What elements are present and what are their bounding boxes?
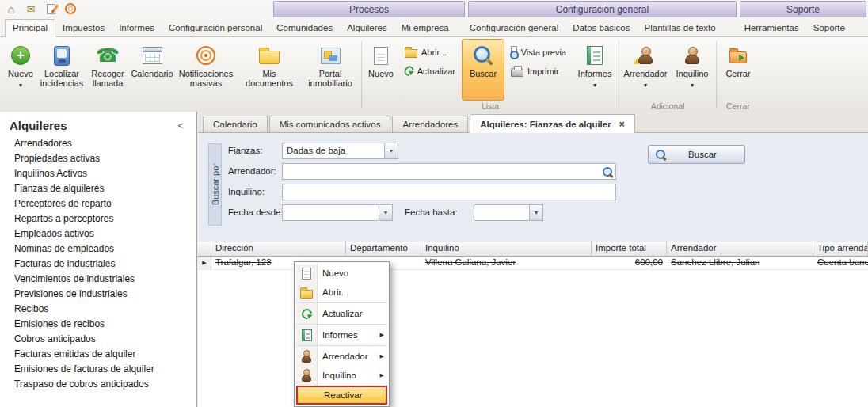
ribbon-tab-mi-empresa[interactable]: Mi empresa [394,20,456,36]
tenant-person-icon [301,369,312,382]
nuevo-lista-button[interactable]: Nuevo [364,39,398,101]
broadcast-button[interactable] [63,2,78,16]
sidebar-collapse-button[interactable]: < [174,120,187,131]
nuevo-lista-label: Nuevo [368,69,394,78]
ribbon-tab-principal[interactable]: Principal [5,19,55,37]
sidebar-item[interactable]: Perceptores de reparto [0,196,196,211]
ribbon-tab-alquileres[interactable]: Alquileres [340,20,394,36]
ribbon-group-lista: Nuevo Abrir... Actualizar [364,38,617,112]
incident-locator-icon [54,46,70,66]
document-tab-arrendadores[interactable]: Arrendadores [392,116,468,132]
context-menu-item-informes[interactable]: Informes ▶ [296,325,387,344]
arrendador-lookup-button[interactable] [600,165,615,178]
localizar-incidencias-button[interactable]: Localizar incidencias [38,39,86,101]
recoger-label: Recoger llamada [88,69,128,88]
context-menu-item-reactivar[interactable]: Reactivar [296,386,387,405]
fecha-hasta-label: Fecha hasta: [405,204,457,221]
context-menu-item-nuevo[interactable]: Nuevo [296,264,387,283]
context-menu-item-inquilino[interactable]: Inquilino ▶ [296,366,387,385]
document-tab-fianzas-active[interactable]: Alquileres: Fianzas de alquiler × [470,114,635,133]
portal-inmobiliario-button[interactable]: Portal inmobiliario [301,39,360,101]
inquilino-input[interactable] [283,184,615,200]
calendario-button[interactable]: Calendario [130,39,174,101]
fecha-desde-label: Fecha desde: [228,204,284,221]
mail-button[interactable] [24,2,38,16]
document-tab-calendario[interactable]: Calendario [203,116,268,132]
group-label-lista: Lista [364,101,617,112]
sidebar-item[interactable]: Fianzas de alquileres [0,181,196,196]
buscar-ribbon-button[interactable]: Buscar [462,39,504,101]
imprimir-button[interactable]: Imprimir [506,63,571,79]
group-label-adicional: Adicional [621,101,714,112]
phone-icon [96,46,120,65]
inquilino-input-wrap [282,184,616,200]
close-tab-icon[interactable]: × [619,119,625,130]
ribbon-body: Nuevo Localizar incidencias Recoger llam… [0,37,868,112]
context-menu-item-arrendador[interactable]: Arrendador ▶ [296,347,387,366]
informes-button[interactable]: Informes [573,39,617,101]
recoger-llamada-button[interactable]: Recoger llamada [86,39,130,101]
sidebar-item[interactable]: Nóminas de empleados [0,242,196,257]
sidebar-item[interactable]: Inquilinos Activos [0,166,196,181]
document-tab-mis-comunicados[interactable]: Mis comunicados activos [269,116,391,132]
sidebar-item[interactable]: Cobros anticipados [0,332,196,347]
mis-documentos-button[interactable]: Mis documentos [238,39,301,101]
sidebar-item[interactable]: Arrendadores [0,136,196,151]
ribbon-tab-plantillas-de-texto[interactable]: Plantillas de texto [638,20,723,36]
imprimir-label: Imprimir [527,67,559,76]
sidebar-item[interactable]: Emisiones de facturas de alquiler [0,362,196,377]
edit-button[interactable] [44,2,58,16]
preview-print-stack: Vista previa Imprimir [504,39,573,101]
ribbon-tab-informes[interactable]: Informes [112,20,162,36]
sidebar-item[interactable]: Previsiones de industriales [0,287,196,302]
actualizar-button[interactable]: Actualizar [400,63,460,79]
dropdown-button[interactable] [379,205,392,220]
ribbon-tab-soporte[interactable]: Soporte [806,20,852,36]
inquilino-button[interactable]: Inquilino [670,39,714,101]
close-folder-icon [729,51,747,63]
ribbon-tab-datos-basicos[interactable]: Datos básicos [565,20,637,36]
dropdown-button[interactable] [384,143,398,158]
column-header-departamento[interactable]: Departamento [346,242,421,256]
printer-icon [511,68,523,77]
sidebar-item[interactable]: Propiedades activas [0,151,196,166]
sidebar-item[interactable]: Facturas emitidas de alquiler [0,347,196,362]
column-header-direccion[interactable]: Dirección [211,242,346,256]
ribbon-tab-configuracion-personal[interactable]: Configuración personal [162,20,269,36]
sidebar-item[interactable]: Repartos a perceptores [0,211,196,226]
new-document-icon [302,268,311,280]
column-header-tipo-arrendamiento[interactable]: Tipo arrenda [813,242,868,256]
abrir-button[interactable]: Abrir... [400,44,460,60]
fianzas-combo[interactable]: Dadas de baja [282,143,398,159]
fecha-desde-combo[interactable] [282,204,393,221]
ribbon-tab-comunidades[interactable]: Comunidades [269,20,340,36]
arrendador-button[interactable]: Arrendador [621,39,670,101]
vista-previa-button[interactable]: Vista previa [506,44,571,60]
dropdown-button[interactable] [529,205,542,220]
sidebar-item[interactable]: Empleados activos [0,226,196,242]
sidebar-item[interactable]: Emisiones de recibos [0,317,196,332]
sidebar-item[interactable]: Traspaso de cobros anticipados [0,377,196,392]
nuevo-app-button[interactable]: Nuevo [3,39,38,101]
cerrar-button[interactable]: Cerrar [718,39,758,101]
sidebar-item[interactable]: Recibos [0,302,196,317]
buscar-ribbon-label: Buscar [470,69,497,78]
ribbon-tab-impuestos[interactable]: Impuestos [55,20,112,36]
ribbon-tab-herramientas[interactable]: Herramientas [737,20,806,36]
sidebar-item[interactable]: Facturas de industriales [0,257,196,272]
column-header-inquilino[interactable]: Inquilino [421,242,592,256]
arrendador-input-wrap [282,163,616,180]
arrendador-input[interactable] [283,164,615,179]
context-menu-item-abrir[interactable]: Abrir... [296,283,387,302]
home-button[interactable] [4,2,18,16]
ribbon-tab-configuracion-general[interactable]: Configuración general [463,20,566,36]
column-header-arrendador[interactable]: Arrendador [667,242,813,256]
home-icon [7,2,14,16]
sidebar-item[interactable]: Vencimientos de industriales [0,272,196,287]
notificaciones-masivas-button[interactable]: Notificaciones masivas [174,39,238,101]
buscar-button[interactable]: Buscar [648,145,745,164]
context-menu-item-actualizar[interactable]: Actualizar [296,304,387,323]
column-header-importe-total[interactable]: Importe total [592,242,667,256]
fecha-hasta-combo[interactable] [474,204,543,221]
menu-item-label: Actualizar [317,309,387,318]
